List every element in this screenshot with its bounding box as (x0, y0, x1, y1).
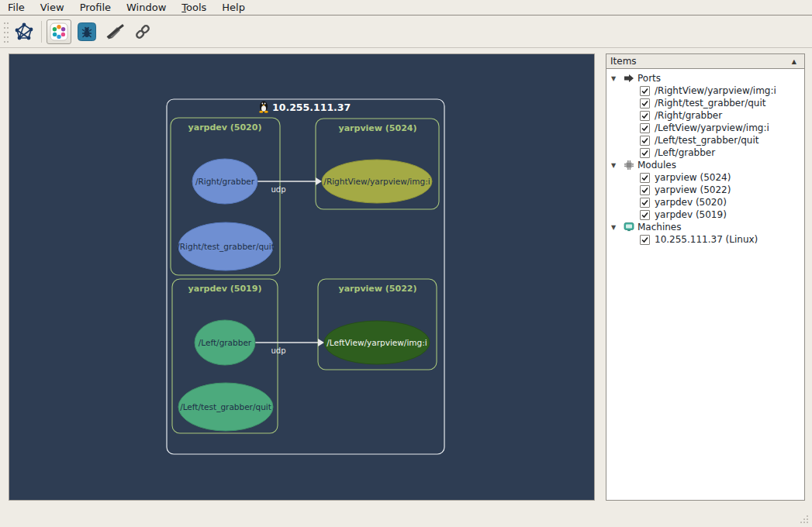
tree-group-ports[interactable]: ▼ Ports (606, 72, 804, 84)
menu-profile[interactable]: Profile (72, 1, 119, 15)
machine-title: 10.255.111.37 (272, 102, 351, 113)
module-label: yarpview (5024) (339, 123, 417, 133)
toolbar-drag-handle[interactable] (2, 19, 10, 44)
tux-icon (259, 102, 268, 113)
checkbox[interactable] (640, 86, 650, 96)
checkbox[interactable] (640, 235, 650, 245)
items-tree: ▼ Ports /RightView/yarpview/img:i /Right… (606, 69, 804, 500)
items-panel-header[interactable]: Items ▲ (606, 54, 804, 69)
checkbox[interactable] (640, 210, 650, 220)
graph-view-button[interactable] (12, 19, 36, 44)
menu-file[interactable]: File (0, 1, 33, 15)
checkbox[interactable] (640, 148, 650, 158)
arrowhead-icon (316, 177, 322, 185)
tree-item-machine[interactable]: 10.255.111.37 (Linux) (606, 233, 804, 246)
expander-icon[interactable]: ▼ (611, 162, 624, 169)
palette-icon (50, 22, 68, 41)
bug-icon (78, 22, 96, 41)
tree-item-port[interactable]: /RightView/yarpview/img:i (606, 84, 804, 97)
show-debug-button[interactable] (74, 19, 99, 44)
color-nodes-button[interactable] (47, 19, 71, 44)
graph-canvas[interactable]: 10.255.111.37 yarpdev (5020) yarpview (5… (9, 53, 595, 501)
tree-item-module[interactable]: yarpview (5024) (606, 171, 804, 184)
tree-item-port[interactable]: /Right/test_grabber/quit (606, 97, 804, 109)
port-node-label: /RightView/yarpview/img:i (323, 177, 430, 186)
menu-help[interactable]: Help (214, 1, 253, 15)
module-label: yarpdev (5019) (188, 284, 262, 294)
toolbar-separator (41, 21, 42, 43)
edge-label: udp (271, 346, 285, 355)
menu-view[interactable]: View (33, 1, 72, 15)
checkbox[interactable] (640, 123, 650, 133)
port-node-label: /Right/test_grabber/quit (177, 242, 275, 252)
tree-item-module[interactable]: yarpview (5022) (606, 184, 804, 196)
items-panel: Items ▲ ▼ Ports /RightView/yarpview/img:… (606, 53, 805, 501)
port-node-label: /Left/grabber (199, 338, 252, 347)
tree-group-modules[interactable]: ▼ Modules (606, 159, 804, 171)
collapse-up-icon[interactable]: ▲ (789, 58, 800, 65)
menu-tools[interactable]: Tools (174, 1, 214, 15)
expander-icon[interactable]: ▼ (611, 75, 624, 82)
tree-item-port[interactable]: /Left/test_grabber/quit (606, 134, 804, 146)
tree-item-port[interactable]: /LeftView/yarpview/img:i (606, 122, 804, 134)
expander-icon[interactable]: ▼ (611, 224, 624, 231)
statusbar (0, 501, 812, 527)
menubar: File View Profile Window Tools Help (0, 0, 812, 16)
tree-item-port[interactable]: /Left/grabber (606, 146, 804, 159)
checkbox[interactable] (640, 173, 650, 183)
tree-item-module[interactable]: yarpdev (5020) (606, 196, 804, 208)
connections-button[interactable] (130, 19, 155, 44)
tree-item-module[interactable]: yarpdev (5019) (606, 208, 804, 221)
menu-window[interactable]: Window (119, 1, 174, 15)
module-label: yarpview (5022) (339, 284, 417, 294)
edge-label: udp (271, 185, 285, 194)
port-node-label: /LeftView/yarpview/img:i (327, 338, 427, 347)
module-icon (624, 160, 638, 170)
checkbox[interactable] (640, 136, 650, 146)
yarpviz-window: { "menubar": { "items": [ {"label": "Fil… (0, 0, 812, 527)
toolbar (0, 16, 812, 48)
pen-slash-icon (105, 22, 125, 42)
tree-item-port[interactable]: /Right/grabber (606, 109, 804, 122)
port-icon (624, 73, 638, 84)
arrowhead-icon (318, 339, 324, 346)
checkbox[interactable] (640, 98, 650, 108)
tree-group-machines[interactable]: ▼ Machines (606, 221, 804, 233)
checkbox[interactable] (640, 111, 650, 121)
module-label: yarpdev (5020) (188, 122, 262, 133)
items-panel-title: Items (610, 56, 789, 67)
edit-off-button[interactable] (102, 19, 127, 44)
link-icon (133, 22, 153, 42)
checkbox[interactable] (640, 198, 650, 208)
resize-grip[interactable] (800, 515, 809, 524)
port-node-label: /Left/test_grabber/quit (180, 402, 271, 412)
machine-icon (624, 222, 638, 232)
checkbox[interactable] (640, 185, 650, 195)
port-node-label: /Right/grabber (195, 177, 255, 186)
network-icon (14, 22, 34, 42)
